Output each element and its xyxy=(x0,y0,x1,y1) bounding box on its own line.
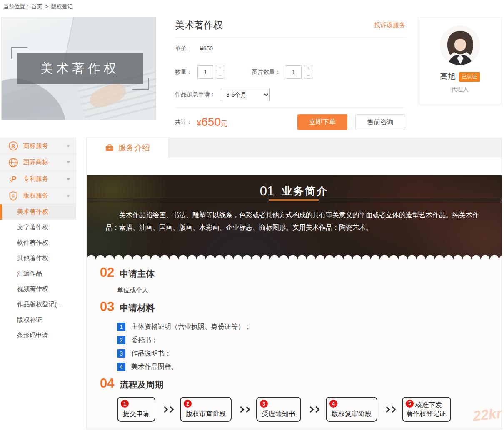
unit-price-label: 单价： xyxy=(175,45,192,52)
list-item: 2委托书； xyxy=(117,333,502,347)
pic-qty-input[interactable] xyxy=(286,65,302,79)
section-content: 02 申请主体 单位或个人 03 申请材料 1主体资格证明（营业执照、身份证等）… xyxy=(87,259,502,429)
sidebar-subitem-art-copyright[interactable]: 美术著作权 xyxy=(0,204,76,220)
complaint-link[interactable]: 投诉该服务 xyxy=(374,21,405,29)
sidebar-subitem-label: 文字著作权 xyxy=(17,223,48,231)
flow-step: 3 受理通知书 xyxy=(256,397,301,422)
sidebar-subitem-label: 视频著作权 xyxy=(17,285,48,293)
verified-badge: 已认证 xyxy=(459,72,480,82)
material-number-badge: 1 xyxy=(117,323,125,331)
patent-icon: P xyxy=(8,174,18,184)
sidebar-subitem-label: 作品版权登记(... xyxy=(17,301,62,308)
section3-number: 03 xyxy=(100,299,114,314)
flow-step: 5 核准下发著作权登记证 xyxy=(402,397,451,422)
chevron-down-icon[interactable] xyxy=(66,145,70,147)
breadcrumb: 当前位置：首页 > 版权登记 xyxy=(3,3,74,10)
sidebar-subitem-video-copyright[interactable]: 视频著作权 xyxy=(0,281,76,297)
materials-list: 1主体资格证明（营业执照、身份证等）； 2委托书； 3作品说明书； 4美术作品图… xyxy=(117,320,502,373)
pic-qty-minus-button[interactable]: − xyxy=(304,73,312,79)
svg-text:©: © xyxy=(12,193,15,198)
chevron-down-icon[interactable] xyxy=(66,161,70,164)
sidebar-subitem-label: 软件著作权 xyxy=(17,239,48,247)
flow-step: 1 提交申请 xyxy=(117,397,155,422)
double-chevron-right-icon xyxy=(308,407,319,412)
breadcrumb-home-link[interactable]: 首页 xyxy=(32,3,42,10)
sidebar-item-patent[interactable]: P 专利服务 xyxy=(0,171,76,188)
divider xyxy=(175,107,405,108)
qty-input[interactable] xyxy=(197,65,213,79)
divider xyxy=(175,38,405,38)
banner-divider xyxy=(87,200,502,200)
section1-body: 美术作品指绘画、书法、雕塑等以线条，色彩或者其他方式构成的具有审美意义的平面或者… xyxy=(106,209,482,234)
sidebar-item-trademark[interactable]: R 商标服务 xyxy=(0,138,76,154)
breadcrumb-label: 当前位置： xyxy=(3,3,30,10)
sidebar-subitem-software-copyright[interactable]: 软件著作权 xyxy=(0,235,76,251)
list-item: 1主体资格证明（营业执照、身份证等）； xyxy=(117,320,502,333)
total-label: 共计： xyxy=(175,118,192,126)
sidebar-item-label: 商标服务 xyxy=(23,142,48,150)
tab-service-intro[interactable]: 服务介绍 xyxy=(87,138,169,158)
product-image: 美术著作权 xyxy=(1,17,156,120)
qty-minus-button[interactable]: − xyxy=(216,73,224,79)
registered-trademark-icon: R xyxy=(8,141,18,151)
sidebar-subitem-copyright-reissue[interactable]: 版权补证 xyxy=(0,312,76,328)
flow-step: 4 版权复审阶段 xyxy=(326,397,377,422)
section2-number: 02 xyxy=(100,265,114,280)
product-info: 美术著作权 投诉该服务 单价： ¥650 数量： + − 图片数量： + − 作… xyxy=(175,19,405,130)
banner-divider-accent xyxy=(269,199,319,201)
section1-title: 业务简介 xyxy=(282,185,328,197)
sidebar-subitem-text-copyright[interactable]: 文字著作权 xyxy=(0,220,76,235)
chevron-down-icon[interactable] xyxy=(66,178,70,180)
sidebar-item-copyright[interactable]: © 版权服务 xyxy=(0,188,76,204)
process-flow: 1 提交申请 2 版权审查阶段 3 受理通知书 4 版权复审阶段 5 核准下发著… xyxy=(117,397,502,422)
sidebar-subitem-compilation[interactable]: 汇编作品 xyxy=(0,266,76,281)
flow-step: 2 版权审查阶段 xyxy=(180,397,232,422)
material-text: 作品说明书； xyxy=(131,349,171,358)
step-label: 版权审查阶段 xyxy=(186,410,226,418)
pic-qty-plus-button[interactable]: + xyxy=(304,65,312,71)
qty-label: 数量： xyxy=(175,68,192,76)
sidebar-subitem-label: 汇编作品 xyxy=(17,270,42,278)
svg-text:P: P xyxy=(11,175,17,183)
chevron-down-icon[interactable] xyxy=(66,195,70,197)
image-overlay-band: 美术著作权 xyxy=(17,53,143,84)
agent-name: 高旭 xyxy=(440,71,456,82)
section4-number: 04 xyxy=(100,376,114,391)
sidebar-subitem-work-registration[interactable]: 作品版权登记(... xyxy=(0,297,76,312)
agent-role: 代理人 xyxy=(418,86,502,93)
step-number-badge: 1 xyxy=(121,400,129,408)
section1-number: 01 xyxy=(260,184,274,198)
globe-icon xyxy=(8,158,18,168)
order-now-button[interactable]: 立即下单 xyxy=(297,114,347,130)
avatar xyxy=(440,25,480,65)
tab-bar: 服务介绍 xyxy=(87,138,502,157)
svg-text:R: R xyxy=(12,143,15,149)
list-item: 3作品说明书； xyxy=(117,347,502,360)
breadcrumb-separator: > xyxy=(45,3,49,10)
urgent-select[interactable]: 3-6个月 xyxy=(221,88,270,101)
total-unit: 元 xyxy=(221,120,227,127)
briefcase-icon xyxy=(105,143,114,153)
scallop-edge xyxy=(87,252,502,259)
material-text: 主体资格证明（营业执照、身份证等）； xyxy=(131,323,251,331)
presale-consult-button[interactable]: 售前咨询 xyxy=(355,114,405,130)
sidebar-item-intl-trademark[interactable]: 国际商标 xyxy=(0,154,76,171)
unit-price-value: ¥650 xyxy=(200,45,213,52)
step-label: 版权复审阶段 xyxy=(332,410,372,418)
sidebar-subitem-label: 其他著作权 xyxy=(17,254,48,262)
sidebar-subitem-other-copyright[interactable]: 其他著作权 xyxy=(0,251,76,266)
breadcrumb-current: 版权登记 xyxy=(51,3,73,10)
sidebar-item-label: 专利服务 xyxy=(23,175,48,183)
sidebar-subitem-label: 美术著作权 xyxy=(17,208,48,216)
material-number-badge: 2 xyxy=(117,336,125,344)
qty-plus-button[interactable]: + xyxy=(216,65,224,71)
section3-title: 申请材料 xyxy=(120,302,155,314)
watermark: 22kn xyxy=(472,405,502,424)
step-label: 受理通知书 xyxy=(262,410,295,418)
double-chevron-right-icon xyxy=(239,407,249,412)
sidebar-subitem-barcode[interactable]: 条形码申请 xyxy=(0,328,76,343)
total-price: ¥650元 xyxy=(197,115,227,129)
material-number-badge: 4 xyxy=(117,363,125,371)
section2-title: 申请主体 xyxy=(120,268,155,280)
sidebar-subitem-label: 版权补证 xyxy=(17,316,42,324)
